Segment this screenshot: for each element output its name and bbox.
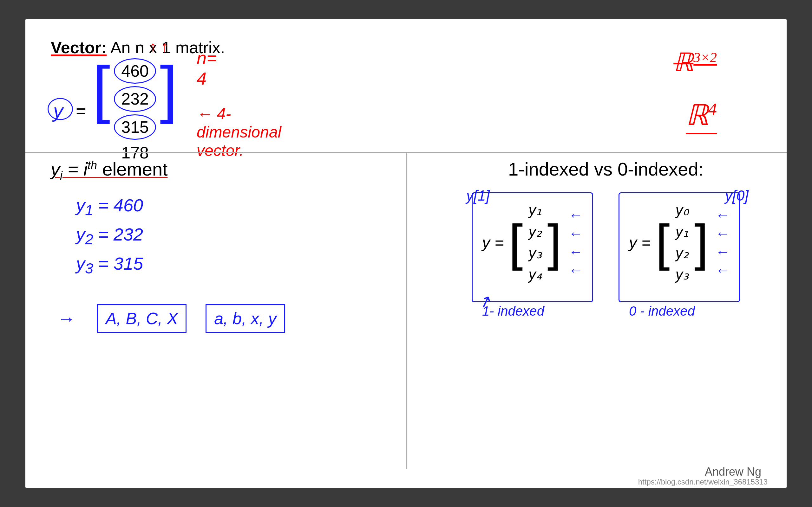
matrix-cell-2: 315: [114, 114, 156, 140]
y-circle: [48, 98, 73, 120]
cell-y3-0: y₃: [672, 264, 692, 285]
dim-annotation: ← 4-dimensional vector.: [197, 105, 281, 160]
right-bracket: ]: [160, 57, 177, 165]
arrow-0-2: ←: [716, 244, 729, 260]
credit: Andrew Ng: [705, 465, 761, 478]
arrows-1: ← ← ← ←: [569, 207, 583, 278]
vertical-divider: [406, 152, 407, 469]
indexed-title: 1-indexed vs 0-indexed:: [432, 158, 780, 180]
yi-formula: yi = ith element: [51, 158, 400, 182]
arrow-0-3: ←: [716, 262, 729, 278]
arrow-box-pointer: →: [57, 308, 75, 329]
arrows-0: ← ← ← ←: [716, 207, 729, 278]
cell-y0: y₀: [672, 200, 692, 221]
element-text: element: [97, 159, 167, 179]
box-abcx: A, B, C, X: [97, 304, 187, 333]
url: https://blog.csdn.net/weixin_36815313: [638, 477, 768, 487]
r4-text: ℝ: [686, 100, 708, 131]
zero-indexed-equation: y = [ y₀ y₁ y₂ y₃ ] ←: [629, 200, 729, 285]
cells-0: y₀ y₁ y₂ y₃: [670, 200, 694, 285]
y1-bracket-label: y[1]: [466, 187, 490, 204]
cell-y2: y₂: [525, 221, 545, 243]
one-indexed-label: 1- indexed: [482, 303, 544, 319]
eq-1: =: [495, 233, 504, 252]
y-eq-0: y: [629, 233, 637, 252]
box-set: → A, B, C, X a, b, x, y: [57, 304, 285, 333]
arrow-1-1: ←: [569, 207, 583, 223]
indexed-content: y[1] y = [ y₁ y₂ y₃ y₄ ]: [432, 192, 780, 302]
r-crossed-text: ℝ: [673, 49, 693, 76]
left-bracket: [: [93, 57, 110, 165]
matrix-one: [ y₁ y₂ y₃ y₄ ]: [509, 200, 561, 285]
one-indexed-block: y[1] y = [ y₁ y₂ y₃ y₄ ]: [472, 192, 593, 302]
bracket-right-1: ]: [548, 217, 561, 268]
blue-calculations: y1 = 460 y2 = 232 y3 = 315: [76, 192, 400, 280]
calc-y1: y1 = 460: [76, 192, 400, 221]
cell-y1-0: y₁: [672, 221, 692, 243]
r4-sup: 4: [708, 100, 717, 119]
one-indexed-equation: y = [ y₁ y₂ y₃ y₄ ]: [482, 200, 583, 285]
arrow-1-4: ←: [569, 262, 583, 278]
cell-y3: y₃: [525, 243, 545, 264]
r-crossed: ℝ3×2: [673, 48, 717, 77]
bottom-left-section: yi = ith element y1 = 460 y2 = 232 y3 = …: [51, 158, 400, 279]
box-abxy: a, b, x, y: [206, 304, 285, 333]
calc-y2: y2 = 232: [76, 221, 400, 250]
matrix-numbers: 460 232 315 178: [110, 57, 160, 165]
equals-sign: =: [76, 101, 86, 121]
bracket-right-0: ]: [694, 217, 708, 268]
zero-indexed-label: 0 - indexed: [629, 303, 695, 319]
calc-y3: y3 = 315: [76, 250, 400, 279]
matrix-cell-0: 460: [114, 58, 156, 83]
bottom-right-section: 1-indexed vs 0-indexed: y[1] y = [ y₁ y₂…: [432, 158, 780, 302]
cell-y4: y₄: [525, 264, 545, 285]
bracket-left-0: [: [656, 217, 670, 268]
cells-1: y₁ y₂ y₃ y₄: [523, 200, 548, 285]
matrix-cell-1: 232: [114, 86, 156, 112]
arrows-above: ↑ ↑: [149, 38, 168, 55]
arrow-0-1: ←: [716, 226, 729, 241]
slide: Vector: An n x 1 matrix. y = [ 460 232 3…: [26, 19, 786, 488]
n-annotation: n= 4: [197, 48, 217, 89]
matrix-zero: [ y₀ y₁ y₂ y₃ ]: [656, 200, 708, 285]
arrow-1-3: ←: [569, 244, 583, 260]
matrix-wrap: [ 460 232 315 178 ]: [93, 57, 177, 165]
arrow-1-2: ←: [569, 226, 583, 241]
y-variable: y: [51, 100, 63, 122]
arrow-0-0: ←: [716, 207, 729, 223]
cell-y1: y₁: [525, 200, 545, 221]
r-crossed-sup: 3×2: [693, 50, 717, 65]
eq-0: =: [642, 233, 651, 252]
yi-text: yi = ith: [51, 159, 97, 179]
r4-label: ℝ4: [686, 98, 717, 134]
y-eq-1: y: [482, 233, 490, 252]
matrix-area: y = [ 460 232 315 178 ] ↑ ↑ n= 4 ← 4-dim…: [51, 57, 177, 165]
zero-indexed-block: y[0] y = [ y₀ y₁ y₂ y₃ ]: [618, 192, 740, 302]
y0-bracket-label: y[0]: [725, 187, 749, 204]
bracket-left-1: [: [509, 217, 523, 268]
cell-y2-0: y₂: [672, 243, 692, 264]
